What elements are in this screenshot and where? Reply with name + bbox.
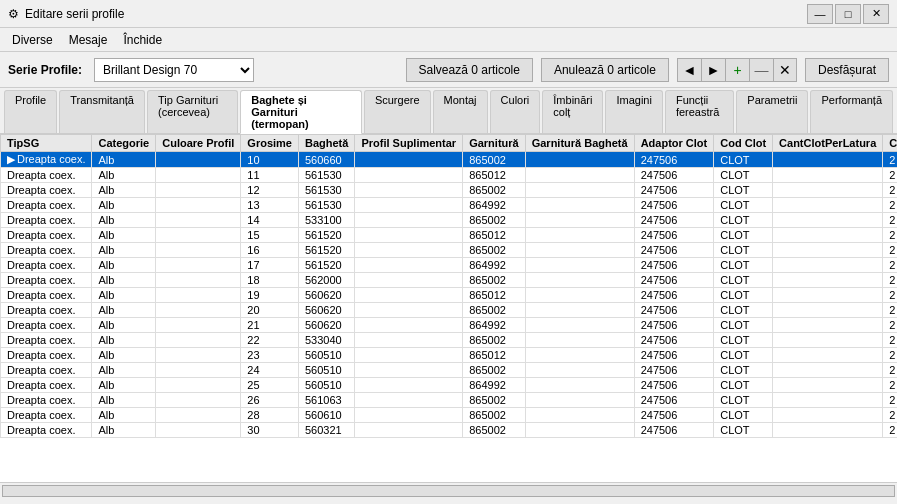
col-adaptor: Adaptor Clot bbox=[634, 135, 714, 152]
nav-prev-button[interactable]: ◄ bbox=[677, 58, 701, 82]
tab-tip-garnituri[interactable]: Tip Garnituri (cercevea) bbox=[147, 90, 238, 133]
col-categorie: Categorie bbox=[92, 135, 156, 152]
table-row[interactable]: Dreapta coex.Alb24560510865002247506CLOT… bbox=[1, 363, 898, 378]
tab-montaj[interactable]: Montaj bbox=[433, 90, 488, 133]
table-row[interactable]: Dreapta coex.Alb25560510864992247506CLOT… bbox=[1, 378, 898, 393]
col-bagheta: Baghetă bbox=[299, 135, 355, 152]
tab-parametrii[interactable]: Parametrii bbox=[736, 90, 808, 133]
save-button[interactable]: Salvează 0 articole bbox=[406, 58, 533, 82]
col-cota: Cotă bbox=[883, 135, 897, 152]
table-row[interactable]: Dreapta coex.Alb13561530864992247506CLOT… bbox=[1, 198, 898, 213]
menu-diverse[interactable]: Diverse bbox=[4, 31, 61, 49]
tab-profile[interactable]: Profile bbox=[4, 90, 57, 133]
menu-bar: Diverse Mesaje Închide bbox=[0, 28, 897, 52]
tab-imagini[interactable]: Imagini bbox=[605, 90, 662, 133]
delete-button[interactable]: ✕ bbox=[773, 58, 797, 82]
col-profil-sup: Profil Suplimentar bbox=[355, 135, 463, 152]
table-row[interactable]: Dreapta coex.Alb21560620864992247506CLOT… bbox=[1, 318, 898, 333]
col-garnitura: Garnitură bbox=[463, 135, 526, 152]
col-cant: CantClotPerLatura bbox=[773, 135, 883, 152]
table-row[interactable]: Dreapta coex.Alb12561530865002247506CLOT… bbox=[1, 183, 898, 198]
tab-bar: Profile Transmitanță Tip Garnituri (cerc… bbox=[0, 88, 897, 134]
table-row[interactable]: Dreapta coex.Alb15561520865012247506CLOT… bbox=[1, 228, 898, 243]
hscroll-track[interactable] bbox=[2, 485, 895, 497]
window-title: Editare serii profile bbox=[25, 7, 807, 21]
serie-label: Serie Profile: bbox=[8, 63, 82, 77]
table-row[interactable]: Dreapta coex.Alb11561530865012247506CLOT… bbox=[1, 168, 898, 183]
horizontal-scrollbar[interactable] bbox=[0, 482, 897, 498]
nav-next-button[interactable]: ► bbox=[701, 58, 725, 82]
main-content: TipSG Categorie Culoare Profil Grosime B… bbox=[0, 134, 897, 498]
col-grosime: Grosime bbox=[241, 135, 299, 152]
table-row[interactable]: Dreapta coex.Alb17561520864992247506CLOT… bbox=[1, 258, 898, 273]
col-garnitura-bagh: Garnitură Baghetă bbox=[525, 135, 634, 152]
table-row[interactable]: Dreapta coex.Alb26561063865002247506CLOT… bbox=[1, 393, 898, 408]
tab-culori[interactable]: Culori bbox=[490, 90, 541, 133]
table-container[interactable]: TipSG Categorie Culoare Profil Grosime B… bbox=[0, 134, 897, 482]
remove-button[interactable]: — bbox=[749, 58, 773, 82]
expand-button[interactable]: Desfășurat bbox=[805, 58, 889, 82]
col-culoare: Culoare Profil bbox=[156, 135, 241, 152]
menu-mesaje[interactable]: Mesaje bbox=[61, 31, 116, 49]
cancel-button[interactable]: Anulează 0 articole bbox=[541, 58, 669, 82]
tab-functii[interactable]: Funcții fereastră bbox=[665, 90, 734, 133]
table-row[interactable]: Dreapta coex.Alb23560510865012247506CLOT… bbox=[1, 348, 898, 363]
app-icon: ⚙ bbox=[8, 7, 19, 21]
minimize-button[interactable]: — bbox=[807, 4, 833, 24]
table-row[interactable]: Dreapta coex.Alb22533040865002247506CLOT… bbox=[1, 333, 898, 348]
table-row[interactable]: ▶Dreapta coex.Alb10560660865002247506CLO… bbox=[1, 152, 898, 168]
toolbar: Serie Profile: Brillant Design 70 Salvea… bbox=[0, 52, 897, 88]
table-row[interactable]: Dreapta coex.Alb30560321865002247506CLOT… bbox=[1, 423, 898, 438]
table-row[interactable]: Dreapta coex.Alb16561520865002247506CLOT… bbox=[1, 243, 898, 258]
tab-imbinari[interactable]: Îmbinări colț bbox=[542, 90, 603, 133]
table-row[interactable]: Dreapta coex.Alb19560620865012247506CLOT… bbox=[1, 288, 898, 303]
menu-inchide[interactable]: Închide bbox=[115, 31, 170, 49]
table-row[interactable]: Dreapta coex.Alb20560620865002247506CLOT… bbox=[1, 303, 898, 318]
tab-transmitanta[interactable]: Transmitanță bbox=[59, 90, 145, 133]
table-row[interactable]: Dreapta coex.Alb28560610865002247506CLOT… bbox=[1, 408, 898, 423]
add-button[interactable]: + bbox=[725, 58, 749, 82]
close-button[interactable]: ✕ bbox=[863, 4, 889, 24]
col-tipsg: TipSG bbox=[1, 135, 92, 152]
serie-combo[interactable]: Brillant Design 70 bbox=[94, 58, 254, 82]
nav-buttons: ◄ ► + — ✕ bbox=[677, 58, 797, 82]
table-row[interactable]: Dreapta coex.Alb18562000865002247506CLOT… bbox=[1, 273, 898, 288]
title-bar: ⚙ Editare serii profile — □ ✕ bbox=[0, 0, 897, 28]
window-controls: — □ ✕ bbox=[807, 4, 889, 24]
table-row[interactable]: Dreapta coex.Alb14533100865002247506CLOT… bbox=[1, 213, 898, 228]
tab-performanta[interactable]: Performanță bbox=[810, 90, 893, 133]
maximize-button[interactable]: □ bbox=[835, 4, 861, 24]
data-table: TipSG Categorie Culoare Profil Grosime B… bbox=[0, 134, 897, 438]
col-cod-clot: Cod Clot bbox=[714, 135, 773, 152]
tab-baghete[interactable]: Baghete și Garnituri (termopan) bbox=[240, 90, 362, 134]
tab-scurgere[interactable]: Scurgere bbox=[364, 90, 431, 133]
